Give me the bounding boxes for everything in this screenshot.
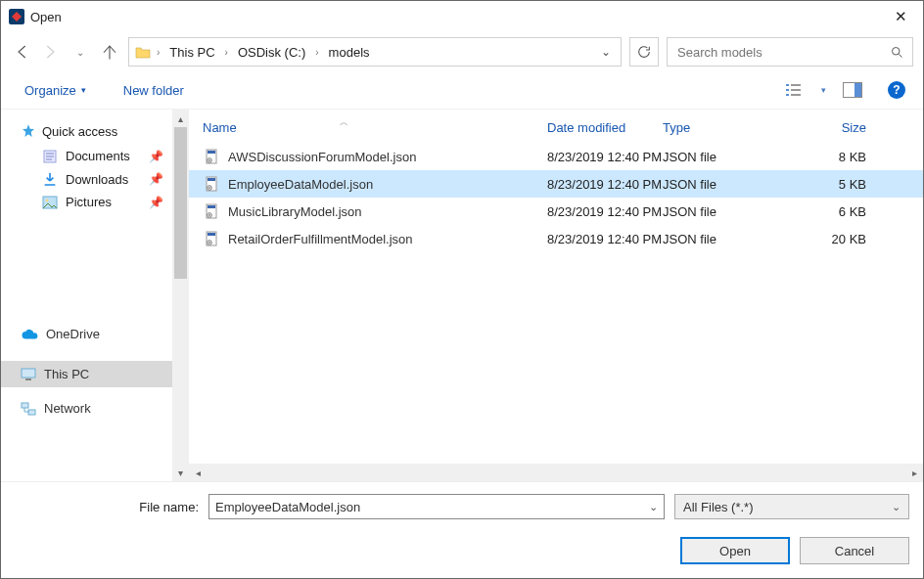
h-scrollbar[interactable]: ◂ ▸ [189,464,923,481]
search-input[interactable] [675,44,889,61]
sidebar: Quick access Documents 📌 Downloads 📌 Pic… [1,110,189,481]
sidebar-item-onedrive[interactable]: OneDrive [1,321,189,347]
breadcrumb-item[interactable]: models [323,38,376,66]
svg-rect-8 [855,83,861,97]
file-type: JSON file [663,177,809,192]
new-folder-label: New folder [123,83,184,98]
titlebar: Open ✕ [1,1,923,32]
file-date: 8/23/2019 12:40 PM [547,232,663,246]
close-icon: ✕ [895,8,907,25]
preview-pane-icon[interactable] [843,81,862,99]
file-list: AWSDiscussionForumModel.json8/23/2019 12… [189,139,923,252]
help-button[interactable]: ? [888,81,905,99]
cancel-button[interactable]: Cancel [800,537,909,564]
svg-point-11 [46,199,49,201]
search-box[interactable] [667,37,913,67]
sidebar-label: Downloads [66,172,128,187]
file-size: 20 KB [809,232,874,246]
svg-rect-12 [22,369,35,378]
sidebar-label: Quick access [42,124,117,139]
file-date: 8/23/2019 12:40 PM [547,204,663,219]
col-date[interactable]: Date modified [547,120,663,135]
svg-rect-14 [22,403,28,408]
breadcrumb[interactable]: › This PC › OSDisk (C:) › models ⌄ [128,37,622,67]
col-type[interactable]: Type [663,120,809,135]
breadcrumb-item[interactable]: This PC [163,38,220,66]
svg-rect-20 [208,178,215,181]
sidebar-label: Network [44,401,91,416]
col-size[interactable]: Size [809,120,874,135]
svg-rect-5 [786,94,789,96]
window-title: Open [30,10,62,24]
view-dropdown[interactable]: ▾ [813,81,833,99]
bottom-panel: File name: EmployeeDataModel.json ⌄ All … [1,481,923,578]
file-name: MusicLibraryModel.json [222,204,547,219]
cloud-icon [21,329,38,340]
scroll-left-icon[interactable]: ◂ [189,464,207,481]
pin-icon: 📌 [149,150,163,163]
new-folder-button[interactable]: New folder [117,79,190,102]
col-name[interactable]: Name ︿ [203,120,547,135]
scroll-right-icon[interactable]: ▸ [905,464,923,481]
nav-row: ⌄ › This PC › OSDisk (C:) › models ⌄ [1,32,923,71]
back-button[interactable] [11,41,32,63]
svg-rect-6 [791,94,801,96]
app-icon [9,9,24,24]
column-headers: Name ︿ Date modified Type Size [189,110,923,139]
forward-button[interactable] [40,41,62,63]
sort-ascending-icon: ︿ [340,116,348,129]
download-arrow-icon [42,171,58,187]
close-button[interactable]: ✕ [878,1,923,32]
file-row[interactable]: AWSDiscussionForumModel.json8/23/2019 12… [189,143,923,170]
view-details-icon[interactable] [784,81,804,99]
sidebar-label: Documents [66,149,130,163]
file-name: AWSDiscussionForumModel.json [222,150,547,164]
document-icon [42,150,58,163]
scroll-up-icon[interactable]: ▴ [172,110,189,127]
file-row[interactable]: EmployeeDataModel.json8/23/2019 12:40 PM… [189,170,923,198]
open-button[interactable]: Open [680,537,790,564]
breadcrumb-item[interactable]: OSDisk (C:) [232,38,311,66]
picture-icon [42,196,58,209]
filename-input[interactable]: EmployeeDataModel.json ⌄ [208,494,665,519]
file-name: EmployeeDataModel.json [222,177,547,192]
svg-rect-23 [208,205,215,208]
file-type-filter[interactable]: All Files (*.*) ⌄ [674,494,909,519]
chevron-down-icon: ▾ [81,85,86,95]
organize-menu[interactable]: Organize ▾ [19,79,92,102]
file-type: JSON file [663,150,809,164]
file-size: 6 KB [809,204,874,219]
refresh-button[interactable] [629,37,659,67]
view-controls: ▾ ? [784,81,905,99]
star-icon [21,123,36,139]
json-file-icon [203,203,222,219]
body: Quick access Documents 📌 Downloads 📌 Pic… [1,109,923,481]
svg-rect-26 [208,233,215,236]
sidebar-item-this-pc[interactable]: This PC [1,361,189,387]
toolbar: Organize ▾ New folder ▾ ? [1,71,923,109]
file-area: Name ︿ Date modified Type Size AWSDiscus… [189,110,923,481]
chevron-right-icon: › [153,47,163,58]
sidebar-scrollbar[interactable]: ▴ ▾ [172,110,189,481]
file-row[interactable]: RetailOrderFulfillmentModel.json8/23/201… [189,225,923,252]
scroll-down-icon[interactable]: ▾ [172,464,189,481]
sidebar-item-quick-access[interactable]: Quick access [1,117,189,145]
up-button[interactable] [99,41,120,63]
scroll-thumb[interactable] [174,127,187,279]
svg-rect-15 [28,410,35,415]
chevron-right-icon: › [221,47,232,58]
sidebar-item-pictures[interactable]: Pictures 📌 [1,191,189,213]
file-name: RetailOrderFulfillmentModel.json [222,232,547,246]
file-row[interactable]: MusicLibraryModel.json8/23/2019 12:40 PM… [189,198,923,225]
pin-icon: 📌 [149,196,163,209]
breadcrumb-dropdown[interactable]: ⌄ [595,45,617,59]
svg-rect-13 [25,379,31,380]
file-type: JSON file [663,204,809,219]
chevron-down-icon[interactable]: ⌄ [649,501,658,513]
sidebar-item-network[interactable]: Network [1,395,189,422]
sidebar-item-downloads[interactable]: Downloads 📌 [1,167,189,191]
sidebar-item-documents[interactable]: Documents 📌 [1,145,189,167]
history-dropdown[interactable]: ⌄ [69,41,91,63]
file-date: 8/23/2019 12:40 PM [547,150,663,164]
json-file-icon [203,149,222,164]
